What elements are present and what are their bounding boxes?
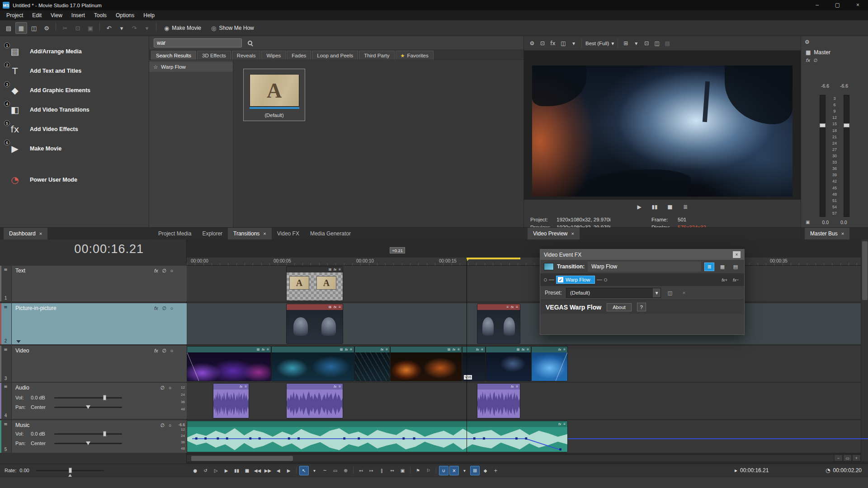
clip-menu-icon[interactable]: ≡ <box>267 347 269 352</box>
tab-wipes[interactable]: Wipes <box>261 51 286 60</box>
transition-preset-card[interactable]: A (Default) <box>243 69 305 121</box>
close-icon[interactable]: × <box>263 231 266 236</box>
copy-snapshot-icon[interactable]: ⊡ <box>642 38 651 48</box>
track-menu-icon[interactable]: ≡ <box>4 347 7 352</box>
scrollbar-thumb[interactable] <box>191 456 293 461</box>
loop-region-bar[interactable] <box>467 258 520 259</box>
clip-video[interactable]: fx≡ V16 <box>462 346 486 381</box>
clip-video[interactable]: fx≡ <box>354 346 390 381</box>
undo-dropdown[interactable]: ▾ <box>116 22 127 34</box>
clip-pip-video[interactable]: ⊞fx≡ <box>286 304 343 344</box>
go-to-end-button[interactable]: ▶▶ <box>263 466 273 475</box>
clip-menu-icon[interactable]: ≡ <box>339 305 341 309</box>
split-screen-view-icon[interactable]: ◫ <box>559 38 568 48</box>
dashboard-item[interactable]: fx5 Add Video Effects <box>0 119 149 139</box>
play-from-start-button[interactable]: ▷ <box>211 466 221 475</box>
menu-item[interactable]: Help <box>139 10 159 20</box>
lane-text[interactable]: ⊞fx≡ A A <box>187 266 868 301</box>
plugin-chip-warp-flow[interactable]: ✓ Warp Flow <box>556 276 595 284</box>
loop-region-marker-icon[interactable] <box>467 258 471 262</box>
make-movie-button[interactable]: ◉ Make Movie <box>160 22 206 34</box>
clip-grid-icon[interactable]: ⊞ <box>516 347 519 352</box>
chevron-down-icon[interactable]: ▾ <box>653 288 660 297</box>
selection-tool-button[interactable]: ▭ <box>330 466 340 475</box>
transport-separator[interactable] <box>410 467 410 474</box>
dashboard-item[interactable]: ▤1 Add/Arrange Media <box>0 42 149 61</box>
plugin-list-view-button[interactable]: ▤ <box>731 263 741 271</box>
volume-envelope[interactable] <box>187 421 567 452</box>
loop-playback-button[interactable]: ↺ <box>201 466 210 475</box>
edit-tool-button[interactable]: ↖ <box>299 466 309 475</box>
menu-item[interactable]: Tools <box>90 10 111 20</box>
transport-time-display[interactable]: ▸ 00:00:16.21 <box>735 467 769 474</box>
selection-length-display[interactable]: ◔ 00:00:02.20 <box>826 467 862 474</box>
clip-title-warp-flow[interactable]: ⊞fx≡ A A <box>286 266 343 301</box>
rate-slider[interactable] <box>36 470 104 471</box>
cut-button[interactable]: ✂ <box>59 22 71 34</box>
copy-button[interactable]: ⊡ <box>72 22 84 34</box>
timeline-marker[interactable]: +0.21 <box>390 247 405 253</box>
track-menu-icon[interactable]: ≡ <box>4 305 7 310</box>
playhead-cursor[interactable] <box>467 259 467 453</box>
track-fx-icon[interactable]: fx <box>154 305 158 311</box>
dashboard-item[interactable]: T2 Add Text and Titles <box>0 61 149 80</box>
clip-menu-icon[interactable]: ≡ <box>527 347 529 352</box>
menu-item[interactable]: Edit <box>28 10 46 20</box>
close-icon[interactable]: × <box>841 231 844 236</box>
maximize-button[interactable]: ▢ <box>827 0 848 10</box>
trim-end-button[interactable]: ↦ <box>367 466 376 475</box>
play-button[interactable]: ▶ <box>222 466 231 475</box>
plugin-enabled-checkbox[interactable]: ✓ <box>558 277 563 282</box>
lane-music[interactable]: fx≡ <box>187 420 868 453</box>
clip-grid-icon[interactable]: ⊞ <box>447 347 450 352</box>
close-icon[interactable]: × <box>39 231 42 236</box>
previous-frame-button[interactable]: ◀ <box>274 466 283 475</box>
insert-region-button[interactable]: ⚐ <box>424 466 433 475</box>
timeline-horizontal-scrollbar[interactable] <box>187 455 834 461</box>
preview-play-button[interactable]: ▶ <box>635 202 644 212</box>
dashboard-item[interactable]: ◧4 Add Video Transitions <box>0 100 149 119</box>
toolbar-separator[interactable] <box>56 22 56 31</box>
power-user-mode-button[interactable]: ◔ Power User Mode <box>0 170 149 189</box>
clip-video[interactable]: fx≡ <box>531 346 568 381</box>
preview-quality-dropdown[interactable]: Best (Full) ▾ <box>581 38 618 48</box>
zoom-fit-button[interactable]: ▭ <box>843 455 852 461</box>
clip-fx-icon[interactable]: fx <box>511 305 514 309</box>
timeline-vertical-scrollbar[interactable] <box>861 239 868 461</box>
clip-fx-icon[interactable]: fx <box>476 347 479 352</box>
marker-bar[interactable]: +0.21 <box>187 239 868 258</box>
delete-preset-icon[interactable]: × <box>679 289 689 297</box>
close-button[interactable]: × <box>848 0 868 10</box>
track-solo-icon[interactable]: ○ <box>170 268 173 273</box>
preview-settings-gear-icon[interactable]: ⚙ <box>528 38 537 48</box>
toolbar-separator[interactable] <box>156 22 156 31</box>
new-project-button[interactable]: ▤ <box>3 22 14 34</box>
track-solo-icon[interactable]: ○ <box>170 348 173 353</box>
pan-slider[interactable] <box>54 407 122 408</box>
open-project-button[interactable]: ▦ <box>15 22 27 34</box>
save-snapshot-icon[interactable]: ◫ <box>652 38 661 48</box>
ignore-grouping-button[interactable]: ⊞ <box>470 466 480 475</box>
clip-grid-icon[interactable]: ⊞ <box>340 347 343 352</box>
envelope-tool-button[interactable]: ~ <box>320 466 330 475</box>
clip-music[interactable]: fx≡ <box>187 421 568 452</box>
save-preset-icon[interactable]: ◫ <box>665 289 675 297</box>
track-fx-icon[interactable]: fx <box>154 268 158 273</box>
clip-grid-icon[interactable]: ⊞ <box>256 347 259 352</box>
tab-third-party[interactable]: Third Party <box>359 51 394 60</box>
track-solo-icon[interactable]: ○ <box>170 305 173 311</box>
tab-video-fx[interactable]: Video FX <box>272 228 305 239</box>
track-mute-icon[interactable]: ∅ <box>162 305 166 311</box>
record-button[interactable]: ● <box>190 466 200 475</box>
search-icon[interactable] <box>245 38 255 47</box>
tab-3d-effects[interactable]: 3D Effects <box>197 51 231 60</box>
clip-menu-icon[interactable]: ≡ <box>350 347 352 352</box>
dashboard-item[interactable]: ◆3 Add Graphic Elements <box>0 80 149 100</box>
trim-start-button[interactable]: ↤ <box>356 466 366 475</box>
clip-fx-icon[interactable]: fx <box>453 347 455 352</box>
clip-fx-icon[interactable]: fx <box>522 347 524 352</box>
clip-fx-icon[interactable]: fx <box>345 347 348 352</box>
minimize-button[interactable]: – <box>807 0 827 10</box>
auto-ripple-dropdown[interactable]: ▾ <box>460 466 469 475</box>
dialog-close-button[interactable]: × <box>733 251 741 258</box>
